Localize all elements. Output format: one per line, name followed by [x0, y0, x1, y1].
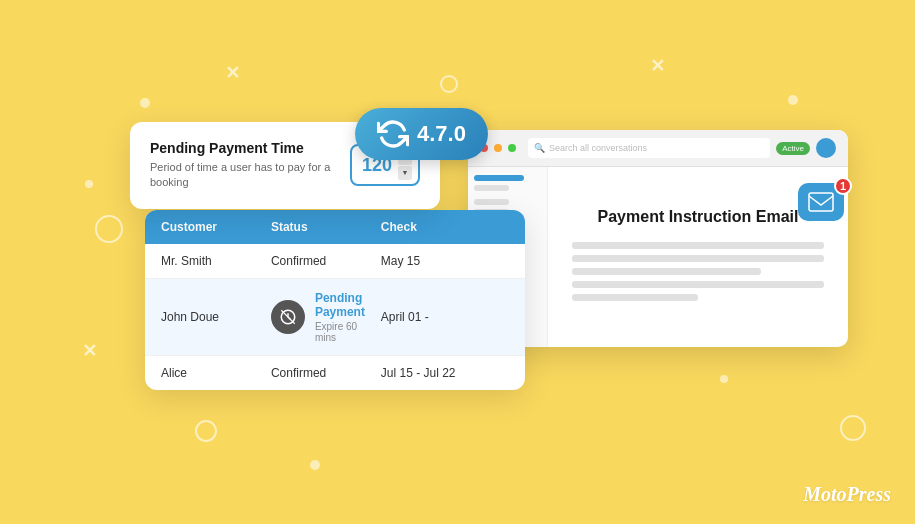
deco-dot-1: [140, 98, 150, 108]
deco-circle-3: [840, 415, 866, 441]
traffic-light-yellow: [494, 144, 502, 152]
traffic-light-green: [508, 144, 516, 152]
deco-x-1: ✕: [225, 62, 240, 84]
mail-badge: 1: [834, 177, 852, 195]
content-line-1: [572, 242, 824, 249]
pending-label: Pending Payment: [315, 291, 381, 319]
card-text: Pending Payment Time Period of time a us…: [150, 140, 334, 191]
spinner-down[interactable]: ▼: [398, 166, 412, 180]
search-icon: 🔍: [534, 143, 545, 153]
table-header: Customer Status Check: [145, 210, 525, 244]
cell-customer-3: Alice: [161, 366, 271, 380]
chat-panel: 🔍 Search all conversations Active Paymen…: [468, 130, 848, 347]
sidebar-line-sm-2: [474, 199, 509, 205]
chat-top-bar: 🔍 Search all conversations Active: [468, 130, 848, 167]
content-line-3: [572, 268, 761, 275]
table-row: Mr. Smith Confirmed May 15: [145, 244, 525, 279]
mail-icon-wrap: 1: [798, 183, 844, 221]
deco-dot-5: [720, 375, 728, 383]
cell-check-3: Jul 15 - Jul 22: [381, 366, 509, 380]
search-bar[interactable]: 🔍 Search all conversations: [528, 138, 770, 158]
col-check: Check: [381, 220, 509, 234]
active-badge: Active: [776, 142, 810, 155]
pending-info: Pending Payment Expire 60 mins: [315, 291, 381, 343]
deco-x-4: ✕: [82, 340, 97, 362]
cell-customer-1: Mr. Smith: [161, 254, 271, 268]
motopress-logo: MotoPress: [803, 483, 891, 506]
cell-status-3: Confirmed: [271, 366, 381, 380]
email-title: Payment Instruction Email: [572, 208, 824, 226]
version-text: 4.7.0: [417, 121, 466, 147]
content-line-4: [572, 281, 824, 288]
deco-dot-3: [310, 460, 320, 470]
deco-circle-1: [95, 215, 123, 243]
content-line-2: [572, 255, 824, 262]
card-desc: Period of time a user has to pay for a b…: [150, 160, 334, 191]
svg-rect-1: [809, 193, 833, 211]
table-row-3: Alice Confirmed Jul 15 - Jul 22: [145, 356, 525, 390]
deco-circle-2: [195, 420, 217, 442]
card-title: Pending Payment Time: [150, 140, 334, 156]
chat-content: Payment Instruction Email: [468, 167, 848, 347]
sidebar-line-sm-1: [474, 185, 509, 191]
deco-dot-4: [788, 95, 798, 105]
cell-customer-2: John Doue: [161, 310, 271, 324]
sync-icon: [377, 118, 409, 150]
pending-payment-icon: [271, 300, 305, 334]
pending-expire: Expire 60 mins: [315, 321, 381, 343]
sidebar-line-active: [474, 175, 524, 181]
user-avatar: [816, 138, 836, 158]
table-row-pending: John Doue Pending Payment Expire 60 mins…: [145, 279, 525, 356]
pending-cell: Pending Payment Expire 60 mins: [271, 291, 381, 343]
clock-refresh-icon: [279, 308, 297, 326]
content-line-5: [572, 294, 698, 301]
mail-icon: [808, 192, 834, 212]
version-badge: 4.7.0: [355, 108, 488, 160]
cell-check-1: May 15: [381, 254, 509, 268]
deco-dot-2: [85, 180, 93, 188]
cell-status-1: Confirmed: [271, 254, 381, 268]
content-lines: [572, 242, 824, 307]
email-notification[interactable]: 1: [798, 183, 844, 221]
cell-check-2: April 01 -: [381, 310, 509, 324]
bookings-table: Customer Status Check Mr. Smith Confirme…: [145, 210, 525, 390]
deco-circle-4: [440, 75, 458, 93]
col-status: Status: [271, 220, 381, 234]
sidebar-lines-1: [474, 175, 541, 191]
col-customer: Customer: [161, 220, 271, 234]
deco-x-2: ✕: [650, 55, 665, 77]
search-placeholder: Search all conversations: [549, 143, 647, 153]
